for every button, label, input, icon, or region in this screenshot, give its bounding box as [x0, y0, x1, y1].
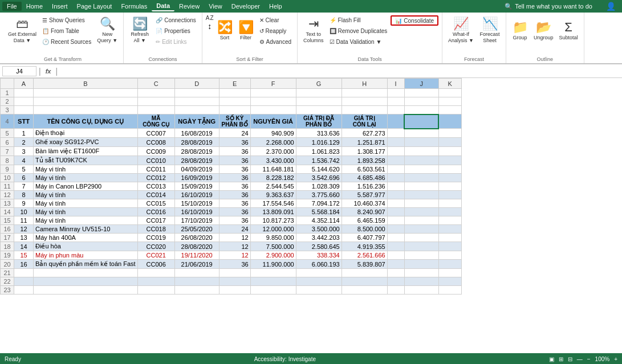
menu-review[interactable]: Review	[174, 2, 204, 11]
properties-icon: 📄	[156, 28, 162, 34]
recent-sources-icon: 🕐	[42, 39, 49, 45]
header-gia-tri-con[interactable]: GIÁ TRỊCÒN LẠI	[342, 114, 387, 129]
what-if-icon: 📈	[453, 18, 469, 30]
table-row: 1814Điều hòaCC02028/08/2020127.500.0002.…	[1, 242, 462, 251]
data-validation-button[interactable]: ☑ Data Validation ▼	[327, 36, 390, 47]
menu-search[interactable]: 🔍 Tell me what you want to do	[500, 2, 597, 11]
flash-fill-button[interactable]: ⚡ Flash Fill	[327, 15, 390, 25]
header-gia-tri-da[interactable]: GIÁ TRỊ ĐÃPHÂN BỔ	[296, 114, 342, 129]
formula-bar-separator: |	[39, 67, 41, 76]
subtotal-button[interactable]: Σ Subtotal	[557, 15, 580, 47]
show-queries-button[interactable]: ☰ Show Queries	[40, 15, 93, 25]
col-header-h[interactable]: H	[342, 79, 387, 89]
consolidate-icon: 📊	[395, 18, 402, 24]
col-header-c[interactable]: C	[137, 79, 174, 89]
normal-view-icon[interactable]: ▣	[549, 356, 554, 362]
group-outline: 📁 Group 📂 Ungroup Σ Subtotal Outline	[506, 13, 584, 63]
menu-data[interactable]: Data	[152, 1, 174, 11]
get-external-data-button[interactable]: 🗃 Get ExternalData ▼	[6, 15, 39, 47]
table-row: 1612Camera Minrray UV515-10CC01825/05/20…	[1, 225, 462, 234]
status-bar: Ready Accessibility: Investigate ▣ ⊞ ⊟ —…	[0, 353, 622, 364]
menu-home[interactable]: Home	[22, 2, 47, 11]
remove-duplicates-button[interactable]: 🔲 Remove Duplicates	[327, 26, 390, 36]
menu-help[interactable]: Help	[265, 2, 287, 11]
col-header-f[interactable]: F	[250, 79, 296, 89]
what-if-analysis-button[interactable]: 📈 What-IfAnalysis ▼	[446, 15, 476, 47]
menu-bar: File Home Insert Page Layout Formulas Da…	[0, 0, 622, 13]
col-header-k[interactable]: K	[438, 79, 461, 89]
page-break-icon[interactable]: ⊟	[568, 356, 572, 362]
col-header-j[interactable]: J	[404, 79, 438, 89]
forecast-sheet-icon: 📉	[482, 18, 498, 30]
connections-button[interactable]: 🔗 Connections	[153, 15, 198, 25]
formula-input[interactable]	[60, 68, 620, 75]
from-table-button[interactable]: 📋 From Table	[40, 26, 93, 36]
filter-button[interactable]: 🔽 Filter	[236, 15, 256, 47]
group-button[interactable]: 📁 Group	[510, 15, 530, 47]
menu-view[interactable]: View	[204, 2, 227, 11]
reapply-button[interactable]: ↺ Reapply	[257, 26, 294, 36]
col-header-d[interactable]: D	[174, 79, 219, 89]
table-row: 3	[1, 106, 462, 114]
col-header-b[interactable]: B	[34, 79, 138, 89]
new-query-button[interactable]: 🔍 NewQuery ▼	[95, 15, 120, 47]
cell-reference-input[interactable]	[2, 66, 36, 76]
col-header-i[interactable]: I	[387, 79, 404, 89]
recent-sources-button[interactable]: 🕐 Recent Sources	[40, 36, 93, 47]
zoom-out-icon[interactable]: −	[587, 356, 591, 362]
table-row: 23	[1, 286, 462, 295]
menu-file[interactable]: File	[2, 2, 22, 11]
table-row: 1915Máy in phun màuCC02119/11/2020122.90…	[1, 251, 462, 260]
fx-label: fx	[43, 68, 54, 75]
sort-button[interactable]: 🔀 Sort	[215, 15, 235, 47]
consolidate-button[interactable]: 📊 Consolidate	[391, 15, 438, 26]
status-accessibility: Accessibility: Investigate	[254, 356, 316, 362]
forecast-sheet-button[interactable]: 📉 ForecastSheet	[477, 15, 502, 47]
menu-developer[interactable]: Developer	[227, 2, 265, 11]
table-row: 128Máy vi tínhCC01416/10/2019369.363.637…	[1, 191, 462, 199]
menu-page-layout[interactable]: Page Layout	[72, 2, 117, 11]
menu-formulas[interactable]: Formulas	[116, 2, 152, 11]
table-row: 22	[1, 277, 462, 286]
clear-button[interactable]: ✕ Clear	[257, 15, 294, 25]
advanced-icon: ⚙	[259, 39, 265, 45]
table-row: 1511Máy vi tínhCC01717/10/20193610.817.2…	[1, 216, 462, 225]
table-row: 95Máy vi tínhCC01104/09/20193611.648.181…	[1, 165, 462, 174]
table-row: 1410Máy vi tínhCC01616/10/20193613.809.0…	[1, 208, 462, 216]
group-data-tools: ⇥ Text toColumns ⚡ Flash Fill 🔲 Remove D…	[298, 13, 442, 63]
menu-insert[interactable]: Insert	[47, 2, 72, 11]
group-data-tools-label: Data Tools	[298, 56, 442, 62]
advanced-button[interactable]: ⚙ Advanced	[257, 36, 294, 47]
group-sort-filter: A Z ↕ 🔀 Sort 🔽 Filter ✕ Clear	[202, 13, 298, 63]
header-so-ky[interactable]: SỐ KỲPHÂN BỔ	[219, 114, 250, 129]
col-header-e[interactable]: E	[219, 79, 250, 89]
reapply-icon: ↺	[259, 28, 264, 34]
header-nguyen-gia[interactable]: NGUYÊN GIÁ	[250, 114, 296, 129]
zoom-in-icon[interactable]: +	[614, 356, 617, 362]
show-queries-icon: ☰	[42, 17, 47, 23]
group-sort-filter-label: Sort & Filter	[202, 56, 297, 62]
zoom-level: 100%	[595, 356, 610, 362]
connections-icon: 🔗	[156, 17, 162, 23]
header-ma[interactable]: MÃCÔNG CỤ	[137, 114, 174, 129]
sheet-container[interactable]: A B C D E F G H I J K 1 2	[0, 78, 622, 353]
refresh-icon: 🔄	[132, 18, 148, 30]
ungroup-button[interactable]: 📂 Ungroup	[531, 15, 556, 47]
properties-button[interactable]: 📄 Properties	[153, 26, 198, 36]
header-name[interactable]: TÊN CÔNG CỤ, DỤNG CỤ	[34, 114, 138, 129]
text-to-columns-button[interactable]: ⇥ Text toColumns	[301, 15, 326, 47]
from-table-icon: 📋	[42, 28, 49, 34]
header-stt[interactable]: STT	[14, 114, 34, 129]
view-controls: ▣ ⊞ ⊟ — − 100% +	[549, 356, 617, 362]
table-header-row: 4 STT TÊN CÔNG CỤ, DỤNG CỤ MÃCÔNG CỤ NGÀ…	[1, 114, 462, 129]
corner-cell	[1, 79, 14, 89]
refresh-all-button[interactable]: 🔄 RefreshAll ▼	[127, 15, 152, 47]
formula-bar: | fx |	[0, 64, 622, 78]
header-ngay[interactable]: NGÀY TẶNG	[174, 114, 219, 129]
page-layout-icon[interactable]: ⊞	[559, 356, 563, 362]
edit-links-button[interactable]: ✏ Edit Links	[153, 36, 198, 47]
table-row: 139Máy vi tínhCC01515/10/20193617.554.54…	[1, 199, 462, 208]
col-header-g[interactable]: G	[296, 79, 342, 89]
col-header-a[interactable]: A	[14, 79, 34, 89]
group-outline-label: Outline	[506, 56, 584, 62]
